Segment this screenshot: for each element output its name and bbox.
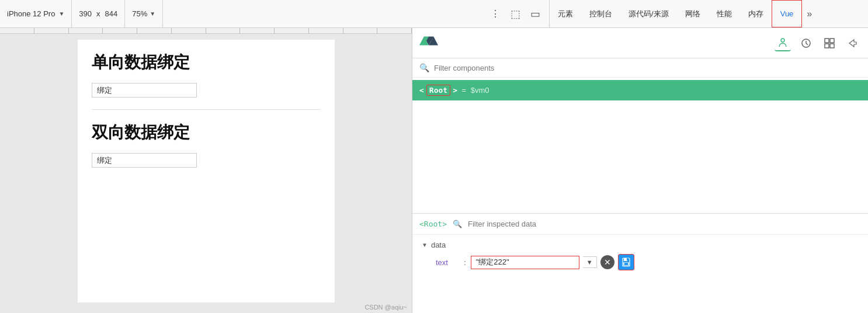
svg-rect-16 (627, 258, 628, 260)
tab-network[interactable]: 网络 (677, 0, 709, 27)
device-dropdown-icon[interactable]: ▼ (58, 11, 64, 17)
data-value-input[interactable] (471, 256, 579, 269)
svg-rect-10 (825, 44, 829, 48)
data-save-button[interactable] (618, 254, 634, 270)
routing-icon[interactable] (845, 35, 861, 51)
twoway-section: 双向数据绑定 (92, 121, 321, 168)
inspector-search-icon: 🔍 (453, 220, 462, 228)
vue-logo-icon (419, 35, 438, 51)
data-section-label: data (431, 241, 446, 249)
tab-sources[interactable]: 源代码/来源 (620, 0, 677, 27)
more-options-button[interactable]: ⋮ (486, 5, 505, 23)
top-toolbar: iPhone 12 Pro ▼ 390 x 844 75% ▼ ⋮ ⬚ ▭ 元素… (0, 0, 868, 28)
tab-vue[interactable]: Vue (772, 0, 803, 27)
data-inspector-header: <Root> 🔍 (412, 214, 868, 235)
devtools-tabs: 元素 控制台 源代码/来源 网络 性能 内存 Vue » (550, 0, 868, 27)
data-value-container: ▼ ✕ (471, 254, 634, 270)
component-filter-bar: 🔍 (412, 58, 868, 78)
dimension-section: 390 x 844 (72, 0, 125, 27)
component-open-bracket: < (419, 86, 424, 95)
device-toggle-button[interactable]: ▭ (526, 5, 544, 23)
svg-rect-11 (830, 44, 834, 48)
vue-devtools-panel: 🔍 < Root > = $vm0 <Root> 🔍 (412, 28, 868, 313)
select-element-button[interactable]: ⬚ (506, 5, 525, 23)
main-content: 单向数据绑定 双向数据绑定 CSDN @aqiu~ (0, 28, 868, 313)
footer-credit: CSDN @aqiu~ (364, 304, 407, 311)
tab-performance[interactable]: 性能 (709, 0, 740, 27)
width-value: 390 (79, 9, 92, 18)
data-content: ▼ data text : ▼ ✕ (412, 235, 868, 313)
data-clear-button[interactable]: ✕ (600, 255, 614, 269)
component-equals-sign: = (460, 86, 468, 95)
oneway-input[interactable] (92, 83, 197, 98)
device-name: iPhone 12 Pro (7, 9, 55, 18)
component-close-bracket: > (453, 86, 457, 95)
component-search-icon: 🔍 (419, 63, 429, 72)
data-text-key: text (436, 258, 459, 267)
vuex-icon[interactable] (821, 35, 838, 51)
toolbar-icons: ⋮ ⬚ ▭ (481, 0, 550, 27)
components-section: 🔍 < Root > = $vm0 (412, 58, 868, 214)
history-icon[interactable] (798, 35, 814, 51)
data-text-row: text : ▼ ✕ (422, 254, 859, 270)
data-colon: : (464, 258, 466, 267)
tab-memory[interactable]: 内存 (740, 0, 772, 27)
svg-point-6 (781, 39, 784, 42)
twoway-input[interactable] (92, 153, 197, 168)
component-tree: < Root > = $vm0 (412, 78, 868, 213)
height-value: 844 (105, 9, 118, 18)
more-tabs-button[interactable]: » (802, 0, 817, 27)
x-separator: x (96, 9, 100, 18)
component-tree-icon[interactable] (775, 35, 791, 51)
data-inspector: <Root> 🔍 ▼ data text : ▼ ✕ (412, 214, 868, 313)
ruler (0, 28, 412, 34)
mobile-preview: 单向数据绑定 双向数据绑定 CSDN @aqiu~ (0, 28, 412, 313)
svg-rect-15 (624, 263, 628, 265)
component-filter-input[interactable] (434, 64, 861, 72)
inspector-filter-input[interactable] (468, 220, 566, 228)
svg-rect-8 (825, 39, 829, 43)
device-section: iPhone 12 Pro ▼ (0, 0, 72, 27)
data-section-arrow[interactable]: ▼ (422, 242, 428, 248)
zoom-value: 75% (132, 9, 147, 18)
tab-console[interactable]: 控制台 (581, 0, 620, 27)
inspector-root-label: <Root> (419, 220, 447, 228)
vue-sub-toolbar (412, 28, 868, 58)
component-root-item[interactable]: < Root > = $vm0 (412, 80, 868, 100)
data-section-toggle: ▼ data (422, 241, 859, 249)
component-vm-name: $vm0 (471, 86, 489, 95)
tab-elements[interactable]: 元素 (550, 0, 581, 27)
app-frame: 单向数据绑定 双向数据绑定 (78, 40, 335, 302)
component-root-tag: Root (426, 85, 450, 96)
svg-rect-9 (830, 39, 834, 43)
zoom-section: 75% ▼ (125, 0, 163, 27)
data-value-dropdown[interactable]: ▼ (583, 256, 597, 268)
twoway-title: 双向数据绑定 (92, 121, 321, 144)
section-divider (92, 109, 321, 110)
zoom-dropdown-icon[interactable]: ▼ (150, 11, 155, 17)
oneway-title: 单向数据绑定 (92, 51, 321, 74)
oneway-section: 单向数据绑定 (92, 51, 321, 98)
